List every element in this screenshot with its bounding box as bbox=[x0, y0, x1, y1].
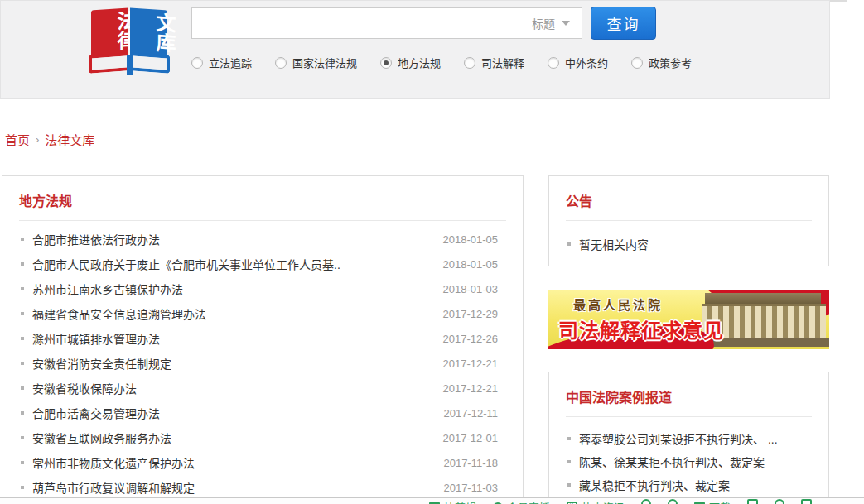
list-item: 福建省食品安全信息追溯管理办法2017-12-29 bbox=[2, 301, 523, 326]
list-item: 藏某稳拒不执行判决、裁定案 bbox=[549, 473, 828, 497]
bullet-icon bbox=[21, 337, 24, 340]
doc-date: 2017-12-21 bbox=[433, 382, 499, 395]
list-item: 蓉泰塑胶公司刘某设拒不执行判决、 ... bbox=[549, 427, 828, 450]
supreme-court-banner[interactable]: 最高人民法院 司法解释征求意见 bbox=[548, 290, 829, 349]
breadcrumb-home-link[interactable]: 首页 bbox=[5, 131, 30, 148]
breadcrumb-current[interactable]: 法律文库 bbox=[45, 131, 94, 148]
bullet-icon bbox=[21, 486, 24, 489]
panel-title: 地方法规 bbox=[2, 176, 523, 213]
divider bbox=[19, 220, 506, 221]
list-item: 常州市非物质文化遗产保护办法2017-11-18 bbox=[2, 450, 523, 475]
circle-icon bbox=[668, 499, 678, 504]
radio-icon[interactable] bbox=[631, 57, 643, 69]
list-item: 苏州市江南水乡古镇保护办法2018-01-03 bbox=[2, 276, 523, 301]
radio-local-regulations[interactable]: 地方法规 bbox=[380, 55, 441, 70]
toolbar-item-download[interactable]: ↓ 下载 bbox=[694, 499, 731, 504]
list-item: 合肥市活禽交易管理办法2017-12-11 bbox=[2, 401, 523, 425]
toolbar-items: ▶ 快剪辑 会员直播 热 热点资讯 ↓ 下载 bbox=[0, 498, 864, 504]
radio-treaties[interactable]: 中外条约 bbox=[548, 55, 608, 70]
query-button[interactable]: 查询 bbox=[591, 7, 656, 40]
regulation-list: 合肥市推进依法行政办法2018-01-05 合肥市人民政府关于废止《合肥市机关事… bbox=[2, 227, 523, 500]
doc-link[interactable]: 葫芦岛市行政复议调解和解规定 bbox=[32, 479, 195, 496]
notice-text: 暂无相关内容 bbox=[579, 236, 649, 252]
radio-icon[interactable] bbox=[380, 57, 392, 69]
doc-link[interactable]: 苏州市江南水乡古镇保护办法 bbox=[32, 281, 183, 297]
toolbar-icon-button[interactable] bbox=[801, 499, 812, 504]
toolbar-icon-button[interactable] bbox=[668, 499, 678, 504]
list-item: 滁州市城镇排水管理办法2017-12-26 bbox=[2, 326, 523, 351]
bullet-icon bbox=[21, 262, 24, 266]
panel-title: 中国法院案例报道 bbox=[549, 372, 828, 409]
browser-bottom-toolbar: ▶ 快剪辑 会员直播 热 热点资讯 ↓ 下载 bbox=[0, 497, 864, 504]
bullet-icon bbox=[21, 436, 24, 439]
toolbar-icon-button[interactable] bbox=[747, 499, 758, 504]
list-item: 安徽省互联网政务服务办法2017-12-01 bbox=[2, 425, 523, 450]
header: 法律 文库 标题 查询 立法追踪 国家法律法规 bbox=[0, 0, 830, 99]
bullet-icon bbox=[21, 238, 24, 241]
case-link[interactable]: 陈某、徐某某拒不执行判决、裁定案 bbox=[579, 454, 765, 470]
page: 法律 文库 标题 查询 立法追踪 国家法律法规 bbox=[0, 0, 864, 504]
divider bbox=[566, 416, 812, 417]
toolbar-icon-button[interactable] bbox=[775, 499, 784, 504]
site-logo[interactable]: 法律 文库 bbox=[89, 6, 171, 92]
banner-text: 最高人民法院 司法解释征求意见 bbox=[548, 290, 724, 343]
bullet-icon bbox=[21, 411, 24, 415]
doc-date: 2017-12-01 bbox=[433, 432, 499, 444]
radio-label: 立法追踪 bbox=[209, 55, 252, 70]
doc-link[interactable]: 常州市非物质文化遗产保护办法 bbox=[32, 454, 195, 471]
toolbar-icon-button[interactable] bbox=[641, 499, 651, 504]
radio-label: 中外条约 bbox=[565, 55, 608, 70]
bullet-icon bbox=[21, 386, 24, 390]
radio-icon[interactable] bbox=[464, 57, 475, 69]
list-item: 安徽省消防安全责任制规定2017-12-21 bbox=[2, 351, 523, 376]
toolbar-item-quick-edit[interactable]: ▶ 快剪辑 bbox=[429, 499, 476, 504]
category-radio-group: 立法追踪 国家法律法规 地方法规 司法解释 中外条约 政策参考 bbox=[191, 55, 692, 70]
radio-legislation-tracking[interactable]: 立法追踪 bbox=[191, 55, 252, 70]
radio-label: 地方法规 bbox=[398, 55, 441, 70]
toolbar-item-member-live[interactable]: 会员直播 bbox=[493, 499, 550, 504]
bullet-icon bbox=[21, 362, 24, 365]
radio-icon[interactable] bbox=[275, 57, 287, 69]
doc-link[interactable]: 福建省食品安全信息追溯管理办法 bbox=[32, 305, 206, 322]
local-regulations-panel: 地方法规 合肥市推进依法行政办法2018-01-05 合肥市人民政府关于废止《合… bbox=[2, 175, 524, 504]
bullet-icon bbox=[21, 287, 24, 290]
doc-link[interactable]: 合肥市推进依法行政办法 bbox=[32, 231, 160, 247]
notice-panel: 公告 暂无相关内容 bbox=[548, 175, 829, 266]
doc-date: 2017-11-18 bbox=[433, 457, 498, 469]
radio-judicial-interpretation[interactable]: 司法解释 bbox=[464, 55, 524, 70]
case-link[interactable]: 蓉泰塑胶公司刘某设拒不执行判决、 ... bbox=[579, 430, 778, 447]
doc-link[interactable]: 安徽省互联网政务服务办法 bbox=[32, 430, 171, 446]
search-box: 标题 bbox=[191, 7, 582, 39]
search-field-label: 标题 bbox=[532, 15, 555, 31]
bullet-icon bbox=[567, 460, 571, 463]
radio-label: 司法解释 bbox=[481, 55, 524, 70]
list-item: 暂无相关内容 bbox=[549, 231, 828, 257]
toolbar-label: 快剪辑 bbox=[444, 499, 476, 504]
court-cases-panel: 中国法院案例报道 蓉泰塑胶公司刘某设拒不执行判决、 ... 陈某、徐某某拒不执行… bbox=[548, 372, 829, 504]
toolbar-item-hot-news[interactable]: 热 热点资讯 bbox=[567, 499, 625, 504]
radio-national-laws[interactable]: 国家法律法规 bbox=[275, 55, 357, 70]
toolbar-label: 下载 bbox=[709, 499, 731, 504]
case-link[interactable]: 藏某稳拒不执行判决、裁定案 bbox=[579, 477, 730, 493]
doc-link[interactable]: 合肥市人民政府关于废止《合肥市机关事业单位工作人员基.. bbox=[32, 256, 340, 272]
logo-book-cover-left bbox=[89, 52, 128, 73]
case-list: 蓉泰塑胶公司刘某设拒不执行判决、 ... 陈某、徐某某拒不执行判决、裁定案 藏某… bbox=[549, 427, 828, 497]
radio-icon[interactable] bbox=[191, 57, 203, 69]
circle-icon bbox=[641, 499, 651, 504]
radio-policy-reference[interactable]: 政策参考 bbox=[631, 55, 692, 70]
doc-link[interactable]: 合肥市活禽交易管理办法 bbox=[32, 405, 160, 421]
top-divider bbox=[830, 0, 847, 2]
breadcrumb: 首页 › 法律文库 bbox=[5, 131, 94, 148]
square-icon bbox=[801, 499, 812, 504]
square-icon bbox=[747, 499, 758, 504]
doc-link[interactable]: 安徽省消防安全责任制规定 bbox=[32, 355, 171, 372]
doc-link[interactable]: 安徽省税收保障办法 bbox=[32, 380, 137, 396]
doc-date: 2017-11-03 bbox=[433, 482, 498, 494]
doc-date: 2017-12-11 bbox=[433, 407, 498, 420]
doc-link[interactable]: 滁州市城镇排水管理办法 bbox=[32, 330, 160, 347]
search-input[interactable] bbox=[192, 8, 520, 38]
bullet-icon bbox=[21, 312, 24, 315]
panel-title: 公告 bbox=[549, 176, 828, 213]
radio-icon[interactable] bbox=[548, 57, 559, 69]
search-field-select[interactable]: 标题 bbox=[520, 15, 582, 31]
